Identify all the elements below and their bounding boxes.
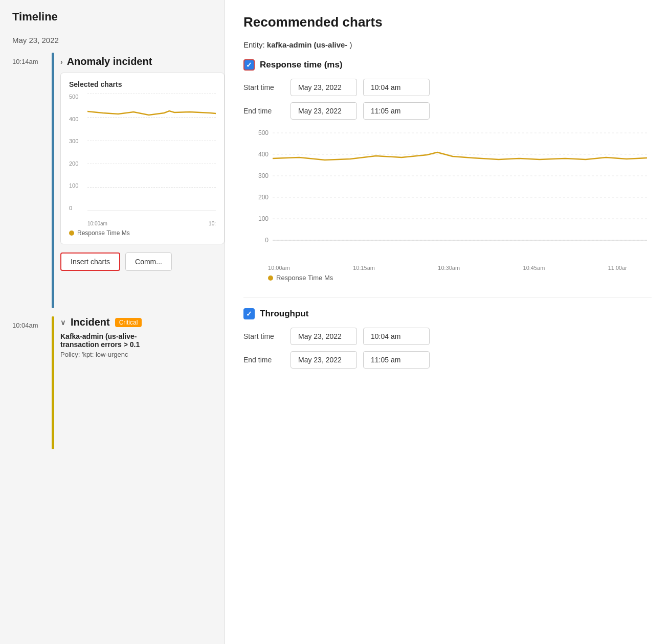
throughput-end-label: End time [243, 356, 284, 364]
left-panel: Timeline May 23, 2022 10:14am › Anomaly … [0, 0, 225, 644]
throughput-header: ✓ Throughput [243, 308, 652, 319]
response-start-date[interactable]: May 23, 2022 [291, 79, 357, 96]
second-entry-content: ∨ Incident Critical Kafka-admin (us-aliv… [60, 316, 225, 358]
entity-label: Entity: [243, 40, 265, 49]
action-buttons: Insert charts Comm... [60, 252, 225, 271]
grid-line [87, 117, 216, 118]
left-chart-area: 500 400 300 200 100 0 [69, 94, 216, 226]
entity-name: kafka-admin (us-alive- [267, 40, 348, 49]
response-legend-label: Response Time Ms [276, 274, 333, 282]
incident2-detail: transaction errors > 0.1 [60, 340, 225, 349]
left-chart-inner [87, 94, 216, 211]
throughput-check-icon: ✓ [246, 310, 252, 318]
throughput-end-date[interactable]: May 23, 2022 [291, 351, 357, 369]
grid-line [87, 94, 216, 94]
second-entry-time: 10:04am [12, 316, 46, 329]
svg-text:400: 400 [258, 151, 269, 158]
start-time-label: Start time [243, 83, 284, 91]
first-timeline-entry: 10:14am › Anomaly incident Selected char… [0, 53, 225, 308]
response-x-labels: 10:00am 10:15am 10:30am 10:45am 11:00ar [243, 263, 652, 271]
insert-charts-button[interactable]: Insert charts [60, 252, 120, 271]
timeline-bar-yellow [52, 316, 54, 449]
timeline-title: Timeline [0, 10, 225, 32]
response-time-header: ✓ Response time (ms) [243, 59, 652, 71]
incident2-title-text: Incident [71, 316, 110, 328]
section-divider [243, 297, 652, 298]
anomaly-incident-title: Anomaly incident [67, 56, 152, 67]
left-legend: Response Time Ms [69, 229, 216, 237]
grid-line [87, 187, 216, 188]
chevron-down-icon: ∨ [60, 318, 65, 327]
left-x-labels: 10:00am 10: [87, 221, 216, 226]
grid-line [87, 141, 216, 141]
entity-suffix: ) [350, 40, 352, 49]
response-legend: Response Time Ms [243, 274, 652, 282]
comment-button[interactable]: Comm... [125, 252, 172, 271]
response-end-row: End time May 23, 2022 11:05 am [243, 102, 652, 120]
first-entry-time: 10:14am [12, 53, 46, 65]
response-time-title: Response time (ms) [260, 60, 343, 70]
response-end-time[interactable]: 11:05 am [363, 102, 430, 120]
svg-text:500: 500 [258, 129, 269, 136]
throughput-start-time[interactable]: 10:04 am [363, 328, 430, 345]
throughput-end-time[interactable]: 11:05 am [363, 351, 430, 369]
incident2-header: ∨ Incident Critical [60, 316, 225, 328]
throughput-start-label: Start time [243, 332, 284, 340]
chevron-right-icon: › [60, 58, 63, 66]
incident2-entity: Kafka-admin (us-alive- [60, 332, 225, 340]
svg-text:100: 100 [258, 215, 269, 222]
entity-line: Entity: kafka-admin (us-alive- ) [243, 40, 652, 49]
response-chart-svg: 500 400 300 200 100 0 [243, 128, 652, 261]
date-label: May 23, 2022 [0, 32, 225, 49]
throughput-checkbox[interactable]: ✓ [243, 308, 255, 319]
response-chart-container: 500 400 300 200 100 0 10:00am 10:15am 10… [243, 128, 652, 281]
throughput-start-row: Start time May 23, 2022 10:04 am [243, 328, 652, 345]
check-icon: ✓ [246, 61, 252, 69]
right-panel: Recommended charts Entity: kafka-admin (… [225, 0, 670, 644]
response-start-time[interactable]: 10:04 am [363, 79, 430, 96]
second-timeline-entry: 10:04am ∨ Incident Critical Kafka-admin … [0, 316, 225, 449]
throughput-start-date[interactable]: May 23, 2022 [291, 328, 357, 345]
anomaly-incident-header: › Anomaly incident [60, 53, 225, 73]
left-y-labels: 500 400 300 200 100 0 [69, 94, 78, 211]
response-end-date[interactable]: May 23, 2022 [291, 102, 357, 120]
response-time-checkbox[interactable]: ✓ [243, 59, 255, 71]
first-entry-content: › Anomaly incident Selected charts 500 4… [60, 53, 225, 271]
selected-charts-box: Selected charts 500 400 300 200 100 0 [60, 73, 225, 244]
svg-text:0: 0 [265, 237, 269, 244]
recommended-charts-title: Recommended charts [243, 14, 652, 30]
svg-text:200: 200 [258, 194, 269, 201]
throughput-title: Throughput [260, 309, 308, 319]
svg-text:300: 300 [258, 172, 269, 179]
legend-dot [69, 231, 74, 236]
grid-line [87, 164, 216, 164]
response-start-row: Start time May 23, 2022 10:04 am [243, 79, 652, 96]
left-chart-svg [87, 94, 216, 211]
incident2-policy: Policy: 'kpt: low-urgenc [60, 351, 225, 358]
response-legend-dot [268, 275, 273, 281]
throughput-end-row: End time May 23, 2022 11:05 am [243, 351, 652, 369]
end-time-label: End time [243, 107, 284, 115]
incident2-body: Kafka-admin (us-alive- transaction error… [60, 332, 225, 358]
selected-charts-title: Selected charts [69, 80, 216, 88]
throughput-section: ✓ Throughput Start time May 23, 2022 10:… [243, 308, 652, 369]
critical-badge: Critical [115, 318, 142, 327]
timeline-bar-blue [52, 53, 54, 308]
response-time-section: ✓ Response time (ms) Start time May 23, … [243, 59, 652, 281]
legend-label: Response Time Ms [77, 229, 130, 237]
